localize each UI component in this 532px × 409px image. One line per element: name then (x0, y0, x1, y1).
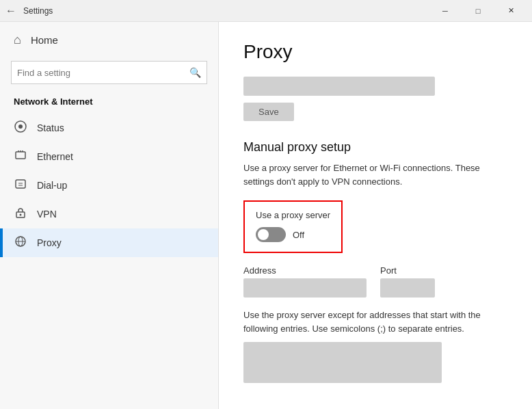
title-bar-title: Settings (23, 6, 53, 16)
sidebar-item-ethernet-label: Ethernet (37, 151, 73, 162)
sidebar-item-dialup-label: Dial-up (37, 180, 67, 191)
address-label: Address (243, 265, 367, 276)
proxy-toggle-label: Use a proxy server (256, 210, 330, 220)
auto-detect-bar (243, 77, 435, 96)
manual-section-description: Use a proxy server for Ethernet or Wi-Fi… (243, 161, 507, 188)
sidebar-section-label: Network & Internet (0, 92, 218, 114)
sidebar-item-vpn[interactable]: VPN (0, 200, 218, 228)
dialup-icon (14, 178, 27, 193)
exceptions-description: Use the proxy server except for addresse… (243, 308, 507, 335)
title-bar: ← Settings ─ □ ✕ (0, 0, 532, 22)
sidebar-item-proxy-label: Proxy (37, 237, 62, 248)
main-container: ⌂ Home 🔍 Network & Internet Status (0, 22, 532, 409)
toggle-state-label: Off (293, 230, 304, 240)
proxy-icon (14, 235, 27, 250)
svg-rect-2 (16, 152, 25, 159)
close-button[interactable]: ✕ (495, 0, 527, 22)
address-input[interactable] (243, 278, 367, 298)
ethernet-icon (14, 149, 27, 164)
page-title: Proxy (243, 41, 507, 63)
sidebar-item-status[interactable]: Status (0, 114, 218, 142)
sidebar-item-ethernet[interactable]: Ethernet (0, 142, 218, 171)
save-button[interactable]: Save (243, 103, 294, 121)
svg-point-10 (20, 214, 22, 216)
minimize-button[interactable]: ─ (429, 0, 461, 22)
manual-section-title: Manual proxy setup (243, 140, 507, 155)
toggle-row: Off (256, 227, 330, 242)
address-port-row: Address Port (243, 265, 507, 298)
port-input[interactable] (380, 278, 435, 298)
search-box: 🔍 (11, 61, 207, 84)
sidebar: ⌂ Home 🔍 Network & Internet Status (0, 22, 219, 409)
sidebar-item-vpn-label: VPN (37, 209, 57, 220)
svg-point-1 (18, 124, 23, 129)
sidebar-home-label: Home (31, 34, 58, 46)
sidebar-item-dialup[interactable]: Dial-up (0, 171, 218, 200)
sidebar-item-status-label: Status (37, 122, 64, 133)
status-icon (14, 120, 27, 135)
use-proxy-toggle[interactable] (256, 227, 286, 242)
port-field-group: Port (380, 265, 435, 298)
content-area: Proxy Save Manual proxy setup Use a prox… (219, 22, 532, 409)
sidebar-home-item[interactable]: ⌂ Home (0, 22, 218, 58)
title-bar-controls: ─ □ ✕ (429, 0, 527, 22)
search-icon[interactable]: 🔍 (189, 67, 201, 78)
exceptions-input[interactable] (243, 342, 442, 383)
proxy-toggle-box: Use a proxy server Off (243, 200, 343, 253)
address-field-group: Address (243, 265, 367, 298)
toggle-knob (258, 229, 269, 240)
port-label: Port (380, 265, 435, 276)
svg-rect-6 (16, 180, 25, 188)
search-input[interactable] (17, 68, 189, 78)
back-icon[interactable]: ← (5, 5, 16, 17)
title-bar-left: ← Settings (5, 5, 53, 17)
home-icon: ⌂ (14, 33, 21, 47)
maximize-button[interactable]: □ (462, 0, 494, 22)
vpn-icon (14, 207, 27, 222)
sidebar-item-proxy[interactable]: Proxy (0, 228, 218, 257)
